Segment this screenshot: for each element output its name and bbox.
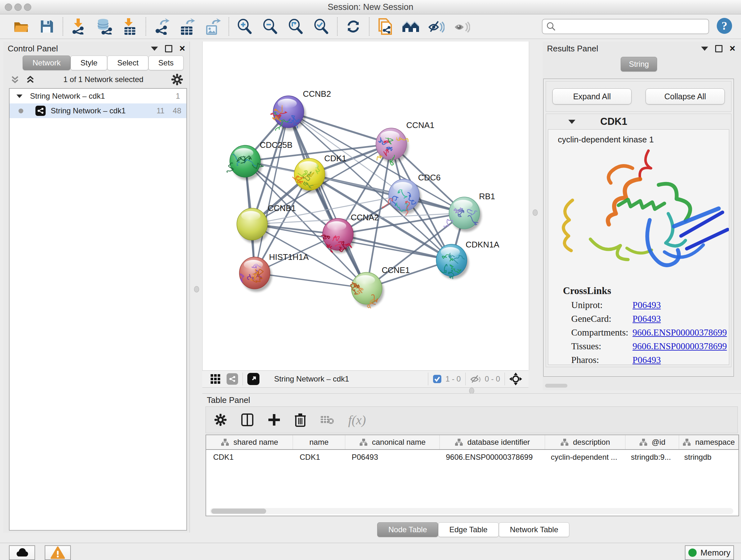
new-network-from-selection-button[interactable] bbox=[377, 18, 394, 35]
expand-all-tree-icon[interactable] bbox=[25, 74, 36, 85]
table-cell[interactable]: CDK1 bbox=[206, 450, 293, 464]
import-network-icon bbox=[71, 18, 86, 35]
float-panel-icon[interactable] bbox=[165, 45, 172, 52]
network-node-CCNB1: CCNB1 bbox=[237, 203, 296, 243]
horizontal-splitter-handle[interactable] bbox=[469, 388, 474, 394]
crosslink-value-link[interactable]: P06493 bbox=[632, 314, 661, 324]
zoom-in-button[interactable] bbox=[236, 18, 253, 35]
column-label: description bbox=[573, 438, 610, 447]
selected-checkbox-icon[interactable] bbox=[433, 374, 442, 383]
tab-network[interactable]: Network bbox=[23, 56, 71, 70]
left-splitter-handle[interactable] bbox=[194, 286, 199, 293]
search-input[interactable] bbox=[556, 22, 704, 31]
hide-selected-button[interactable] bbox=[428, 18, 445, 35]
right-splitter-handle[interactable] bbox=[533, 209, 538, 216]
collapse-all-button[interactable]: Collapse All bbox=[646, 88, 725, 105]
shared-column-icon bbox=[220, 438, 229, 446]
import-network-database-button[interactable] bbox=[96, 18, 113, 35]
export-image-icon bbox=[205, 18, 221, 35]
column-header-id[interactable]: @id bbox=[625, 435, 679, 449]
tab-string[interactable]: String bbox=[621, 57, 657, 71]
cloud-status-button[interactable] bbox=[9, 545, 35, 560]
zoom-fit-button[interactable] bbox=[287, 18, 305, 35]
gene-section-header[interactable]: CDK1 bbox=[546, 114, 731, 129]
tab-style[interactable]: Style bbox=[71, 56, 107, 70]
grid-view-icon[interactable] bbox=[210, 374, 221, 384]
crosshair-icon[interactable] bbox=[509, 373, 522, 385]
node-table[interactable]: shared namenamecanonical namedatabase id… bbox=[205, 435, 739, 516]
column-header-description[interactable]: description bbox=[545, 435, 625, 449]
table-row[interactable]: CDK1CDK1P064939606.ENSP00000378699cyclin… bbox=[206, 450, 738, 464]
collection-expander-icon[interactable] bbox=[17, 94, 23, 98]
gene-expander-icon[interactable] bbox=[568, 120, 576, 124]
gear-icon[interactable] bbox=[171, 73, 183, 85]
table-cell[interactable]: P06493 bbox=[345, 450, 439, 464]
export-table-button[interactable] bbox=[179, 18, 196, 35]
table-cell[interactable]: 9606.ENSP00000378699 bbox=[439, 450, 544, 464]
tab-network-table[interactable]: Network Table bbox=[499, 522, 569, 537]
open-session-button[interactable] bbox=[13, 18, 30, 35]
column-header-sharedname[interactable]: shared name bbox=[206, 435, 293, 449]
crosslinks-heading: CrossLinks bbox=[563, 285, 729, 297]
zoom-out-button[interactable] bbox=[262, 18, 279, 35]
save-session-button[interactable] bbox=[38, 18, 56, 35]
column-header-databaseidentifier[interactable]: database identifier bbox=[440, 435, 545, 449]
expand-all-button[interactable]: Expand All bbox=[552, 88, 631, 105]
collapse-all-tree-icon[interactable] bbox=[10, 74, 20, 85]
network-graph[interactable]: CCNB2CCNA1CDC25BCDK1CDC6RB1CCNB1CCNA2CDK… bbox=[203, 42, 529, 370]
refresh-layout-button[interactable] bbox=[345, 18, 362, 35]
panel-menu-icon[interactable] bbox=[701, 47, 708, 51]
column-header-namespace[interactable]: namespace bbox=[679, 435, 738, 449]
bottom-statusbar: Memory bbox=[0, 543, 741, 560]
tab-select[interactable]: Select bbox=[107, 56, 148, 70]
crosslink-value-link[interactable]: P06493 bbox=[632, 300, 661, 310]
table-cell[interactable]: cyclin-dependent ... bbox=[544, 450, 624, 464]
network-view-canvas[interactable]: CCNB2CCNA1CDC25BCDK1CDC6RB1CCNB1CCNA2CDK… bbox=[202, 42, 529, 370]
export-image-button[interactable] bbox=[204, 18, 221, 35]
crosslink-value-link[interactable]: 9606.ENSP00000378699 bbox=[632, 341, 727, 352]
import-table-button[interactable] bbox=[121, 18, 138, 35]
svg-text:CCNB1: CCNB1 bbox=[268, 203, 296, 213]
table-cell[interactable]: stringdb bbox=[677, 450, 736, 464]
crosslink-value-link[interactable]: P06493 bbox=[632, 355, 661, 365]
table-settings-gear-icon[interactable] bbox=[214, 414, 227, 426]
close-panel-icon[interactable]: × bbox=[179, 45, 185, 52]
delete-column-icon[interactable] bbox=[294, 413, 306, 427]
table-hscrollbar[interactable] bbox=[210, 508, 733, 514]
table-cell[interactable]: stringdb:9... bbox=[624, 450, 677, 464]
help-button[interactable]: ? bbox=[716, 17, 733, 36]
column-header-name[interactable]: name bbox=[293, 435, 345, 449]
import-network-file-button[interactable] bbox=[70, 18, 87, 35]
network-type-icon bbox=[36, 106, 46, 116]
network-node-RB1: RB1 bbox=[444, 192, 495, 232]
svg-text:CCNA1: CCNA1 bbox=[406, 120, 434, 130]
network-row[interactable]: String Network – cdk1 11 48 bbox=[10, 104, 186, 118]
tab-node-table[interactable]: Node Table bbox=[377, 522, 438, 537]
close-panel-icon[interactable]: × bbox=[730, 45, 735, 52]
crosslink-value-link[interactable]: 9606.ENSP00000378699 bbox=[632, 327, 727, 338]
results-scrollbar-thumb[interactable] bbox=[545, 384, 567, 388]
table-cell[interactable]: CDK1 bbox=[293, 450, 345, 464]
add-column-icon[interactable] bbox=[268, 414, 280, 426]
detach-view-button[interactable] bbox=[247, 373, 259, 385]
memory-button[interactable]: Memory bbox=[685, 545, 734, 560]
network-share-icon[interactable] bbox=[226, 373, 238, 385]
table-hscrollbar-thumb[interactable] bbox=[211, 509, 266, 514]
zoom-selected-button[interactable] bbox=[313, 18, 330, 35]
show-all-button[interactable] bbox=[453, 18, 470, 35]
first-neighbors-button[interactable] bbox=[402, 18, 419, 35]
crosslink-label: Uniprot: bbox=[571, 300, 632, 310]
float-panel-icon[interactable] bbox=[715, 45, 723, 52]
tab-edge-table[interactable]: Edge Table bbox=[438, 522, 499, 537]
tab-sets[interactable]: Sets bbox=[148, 56, 184, 70]
hidden-eye-icon[interactable] bbox=[470, 374, 482, 384]
control-panel-tabs: NetworkStyleSelectSets bbox=[23, 56, 184, 70]
open-folder-icon bbox=[14, 20, 29, 33]
warnings-button[interactable] bbox=[45, 545, 71, 560]
column-header-canonicalname[interactable]: canonical name bbox=[345, 435, 440, 449]
panel-menu-icon[interactable] bbox=[151, 47, 158, 51]
export-network-button[interactable] bbox=[153, 18, 171, 35]
show-columns-icon[interactable] bbox=[241, 413, 254, 427]
network-collection-row[interactable]: String Network – cdk1 1 bbox=[10, 89, 186, 104]
eye-icon bbox=[454, 19, 470, 34]
